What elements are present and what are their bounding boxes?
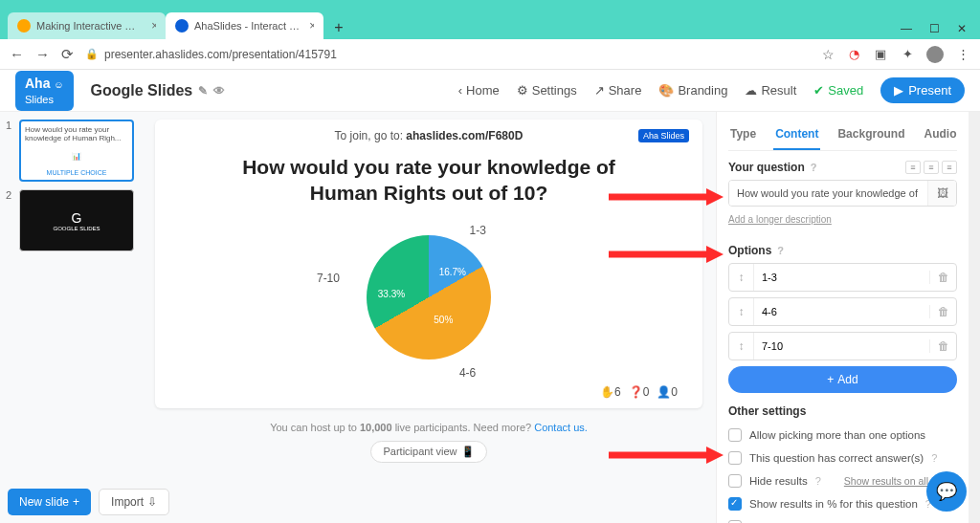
help-icon[interactable]: ? — [931, 452, 937, 464]
slide-thumbnails: 1 How would you rate your knowledge of H… — [0, 112, 142, 523]
check-icon: ✔ — [813, 83, 824, 98]
question-input[interactable] — [729, 181, 927, 206]
logo[interactable]: Aha ☺Slides — [15, 71, 74, 111]
option-input[interactable] — [754, 299, 929, 324]
url-field[interactable]: 🔒 presenter.ahaslides.com/presentation/4… — [85, 48, 811, 61]
slide-canvas: Aha Slides To join, go to: ahaslides.com… — [155, 120, 702, 408]
lock-icon: 🔒 — [85, 48, 99, 60]
checkbox-multi[interactable] — [728, 428, 742, 442]
nav-result[interactable]: ☁Result — [745, 83, 796, 98]
join-instruction: To join, go to: ahaslides.com/F680D — [174, 129, 683, 142]
aha-badge: Aha Slides — [638, 129, 689, 142]
nav-settings[interactable]: ⚙Settings — [517, 83, 577, 98]
help-icon[interactable]: ? — [815, 475, 821, 487]
align-right-icon[interactable]: ≡ — [942, 161, 957, 174]
option-row: ↕ 🗑 — [728, 263, 957, 292]
forward-icon[interactable]: → — [35, 46, 50, 62]
checkbox-percent[interactable] — [728, 497, 742, 511]
download-icon: ⇩ — [147, 495, 157, 509]
phone-icon: 📱 — [461, 446, 475, 458]
drag-handle-icon[interactable]: ↕ — [729, 333, 754, 360]
browser-tab-strip: Making Interactive Google Slides × AhaSl… — [0, 10, 980, 39]
palette-icon: 🎨 — [658, 83, 674, 98]
slide-question: How would you rate your knowledge of Hum… — [212, 154, 645, 207]
checkbox-hide[interactable] — [728, 474, 742, 488]
delete-option-icon[interactable]: 🗑 — [929, 339, 956, 353]
close-tab-icon[interactable]: × — [309, 19, 314, 33]
browser-tab[interactable]: Making Interactive Google Slides × — [8, 12, 166, 39]
window-minimize-icon[interactable]: — — [901, 22, 912, 35]
tab-title: AhaSlides - Interact with your au — [194, 20, 300, 32]
image-button[interactable]: 🖼 — [927, 181, 956, 206]
image-icon: 🖼 — [937, 186, 948, 200]
bookmark-icon[interactable]: ☆ — [822, 47, 835, 62]
window-maximize-icon[interactable]: ☐ — [929, 22, 940, 35]
presentation-title[interactable]: Google Slides ✎ 👁 — [91, 82, 226, 99]
add-option-button[interactable]: +Add — [728, 366, 957, 393]
favicon-icon — [17, 19, 31, 33]
tab-background[interactable]: Background — [835, 120, 906, 150]
favicon-icon — [175, 19, 189, 33]
properties-panel: Type Content Background Audio Your quest… — [716, 112, 969, 523]
participant-view-button[interactable]: Participant view📱 — [370, 441, 486, 463]
new-tab-button[interactable]: + — [327, 16, 350, 39]
thumb-number: 1 — [6, 120, 15, 182]
chevron-left-icon: ‹ — [458, 83, 462, 98]
drag-handle-icon[interactable]: ↕ — [729, 298, 754, 325]
nav-branding[interactable]: 🎨Branding — [658, 83, 727, 98]
tab-title: Making Interactive Google Slides — [36, 20, 142, 32]
hand-icon: ✋ — [600, 385, 614, 399]
edit-icon[interactable]: ✎ — [198, 84, 208, 98]
help-icon[interactable]: ? — [777, 245, 784, 256]
window-close-icon[interactable]: ✕ — [957, 22, 967, 35]
chat-fab[interactable]: 💬 — [926, 471, 967, 512]
new-slide-button[interactable]: New slide+ — [8, 489, 91, 515]
extension-icon[interactable]: ▣ — [873, 47, 888, 62]
other-settings-heading: Other settings — [728, 404, 957, 418]
delete-option-icon[interactable]: 🗑 — [929, 305, 956, 318]
tab-audio[interactable]: Audio — [922, 120, 958, 150]
slide-thumbnail-1[interactable]: How would you rate your knowledge of Hum… — [19, 120, 134, 182]
browser-tab-active[interactable]: AhaSlides - Interact with your au × — [166, 12, 323, 39]
thumb-number: 2 — [6, 189, 15, 251]
eye-icon[interactable]: 👁 — [213, 84, 225, 98]
close-tab-icon[interactable]: × — [151, 19, 156, 33]
align-center-icon[interactable]: ≡ — [924, 161, 939, 174]
your-question-label: Your question — [728, 161, 805, 174]
reload-icon[interactable]: ⟳ — [61, 46, 74, 63]
present-button[interactable]: ▶Present — [880, 77, 965, 103]
question-icon: ❓ — [629, 385, 643, 399]
extension-icon[interactable]: ◔ — [846, 47, 861, 62]
tab-content[interactable]: Content — [773, 120, 820, 150]
save-status: ✔Saved — [813, 83, 863, 98]
tab-type[interactable]: Type — [728, 120, 758, 150]
slide-stats: ✋6 ❓0 👤0 — [174, 381, 683, 403]
align-left-icon[interactable]: ≡ — [905, 161, 921, 174]
checkbox-correct[interactable] — [728, 451, 742, 465]
plus-icon: + — [73, 495, 79, 509]
delete-option-icon[interactable]: 🗑 — [929, 271, 956, 284]
import-button[interactable]: Import⇩ — [99, 489, 169, 515]
option-input[interactable] — [754, 334, 929, 359]
annotation-arrow — [609, 447, 724, 464]
option-row: ↕ 🗑 — [728, 332, 957, 360]
scrollbar[interactable] — [969, 112, 980, 523]
help-icon[interactable]: ? — [811, 162, 817, 173]
address-bar: ← → ⟳ 🔒 presenter.ahaslides.com/presenta… — [0, 39, 980, 70]
extensions-puzzle-icon[interactable]: ✦ — [900, 47, 915, 62]
option-row: ↕ 🗑 — [728, 297, 957, 326]
options-label: Options — [728, 244, 771, 257]
nav-share[interactable]: ↗Share — [594, 83, 642, 98]
add-description-link[interactable]: Add a longer description — [728, 214, 832, 225]
profile-avatar[interactable] — [926, 46, 944, 63]
url-text: presenter.ahaslides.com/presentation/415… — [104, 48, 337, 61]
menu-icon[interactable]: ⋮ — [955, 47, 970, 62]
slide-thumbnail-2[interactable]: G GOOGLE SLIDES — [19, 189, 134, 251]
contact-link[interactable]: Contact us. — [534, 422, 588, 433]
chat-icon: 💬 — [936, 481, 957, 502]
nav-home[interactable]: ‹Home — [458, 83, 500, 98]
drag-handle-icon[interactable]: ↕ — [729, 264, 754, 291]
pie-chart: 1-3 4-6 7-10 16.7% 50% 33.3% — [174, 214, 683, 381]
option-input[interactable] — [754, 265, 929, 290]
back-icon[interactable]: ← — [10, 46, 24, 62]
